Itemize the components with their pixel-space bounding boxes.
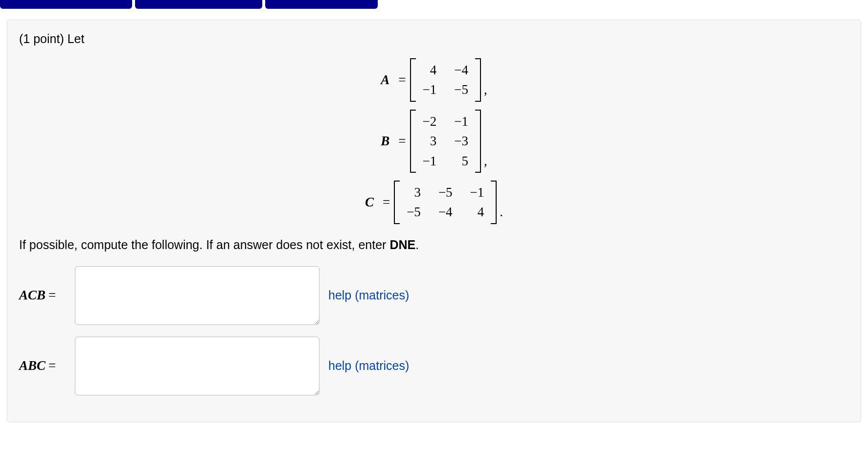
bracket-right <box>491 181 497 224</box>
bracket-left <box>410 58 416 102</box>
answer-row-acb: ACB= help (matrices) <box>19 266 849 325</box>
trailing-comma: , <box>484 81 487 101</box>
matrix-a: 4 −4 −1 −5 <box>410 58 481 102</box>
trailing-comma: , <box>484 152 487 173</box>
matrix-cell: −5 <box>436 183 455 201</box>
bracket-left <box>394 181 400 224</box>
matrix-cell: 5 <box>452 152 470 170</box>
matrix-cell: −1 <box>421 152 439 170</box>
bracket-right <box>475 58 481 102</box>
problem-panel: (1 point) Let A = 4 −4 −1 −5 , <box>7 20 861 422</box>
answer-label-abc: ABC= <box>19 357 66 374</box>
acb-var: ACB <box>19 288 46 302</box>
instruction-text: If possible, compute the following. If a… <box>19 238 389 252</box>
nav-button-1[interactable] <box>0 0 132 9</box>
matrix-cell: −1 <box>421 81 439 98</box>
dne-text: DNE <box>389 238 415 252</box>
matrix-b: −2 −1 3 −3 −1 5 <box>410 110 481 173</box>
equals-sign: = <box>398 71 406 89</box>
matrix-cell: −3 <box>452 132 470 150</box>
problem-intro: (1 point) Let <box>19 31 849 47</box>
equals-sign: = <box>48 288 56 302</box>
answer-input-abc[interactable] <box>75 337 320 395</box>
nav-button-3[interactable] <box>265 0 378 9</box>
matrix-a-row: A = 4 −4 −1 −5 , <box>381 58 487 102</box>
matrix-b-label: B <box>381 132 389 150</box>
matrix-a-cells: 4 −4 −1 −5 <box>416 58 475 102</box>
matrix-cell: −2 <box>421 113 439 130</box>
matrix-definitions: A = 4 −4 −1 −5 , B = <box>19 54 849 228</box>
matrix-cell: −4 <box>452 61 470 79</box>
matrix-cell: 3 <box>421 132 439 150</box>
instruction-period: . <box>415 238 419 252</box>
answer-row-abc: ABC= help (matrices) <box>19 337 849 395</box>
bracket-right <box>475 110 481 173</box>
matrix-cell: −5 <box>452 81 470 98</box>
matrix-cell: −1 <box>468 183 486 201</box>
abc-var: ABC <box>19 358 46 373</box>
bracket-left <box>410 110 416 173</box>
matrix-a-label: A <box>381 71 389 89</box>
instruction-line: If possible, compute the following. If a… <box>19 237 849 253</box>
help-link-abc[interactable]: help (matrices) <box>328 358 409 374</box>
answer-input-acb[interactable] <box>75 266 320 325</box>
nav-button-2[interactable] <box>135 0 262 9</box>
matrix-b-row: B = −2 −1 3 −3 −1 5 , <box>381 110 487 173</box>
page-root: (1 point) Let A = 4 −4 −1 −5 , <box>0 0 868 458</box>
equals-sign: = <box>383 193 390 211</box>
matrix-cell: −5 <box>405 203 423 221</box>
help-link-acb[interactable]: help (matrices) <box>328 287 409 304</box>
matrix-cell: 4 <box>421 61 439 79</box>
trailing-period: . <box>500 203 503 224</box>
equals-sign: = <box>48 358 56 373</box>
matrix-cell: 4 <box>468 203 486 221</box>
matrix-c-row: C = 3 −5 −1 −5 −4 4 . <box>365 181 503 224</box>
matrix-b-cells: −2 −1 3 −3 −1 5 <box>416 110 475 173</box>
matrix-cell: 3 <box>405 183 423 201</box>
matrix-c: 3 −5 −1 −5 −4 4 <box>394 181 497 224</box>
matrix-cell: −1 <box>452 113 470 130</box>
matrix-c-label: C <box>365 193 374 211</box>
matrix-c-cells: 3 −5 −1 −5 −4 4 <box>400 181 491 224</box>
top-nav-buttons <box>0 0 868 11</box>
equals-sign: = <box>398 132 406 150</box>
matrix-cell: −4 <box>436 203 455 221</box>
answer-label-acb: ACB= <box>19 286 66 304</box>
